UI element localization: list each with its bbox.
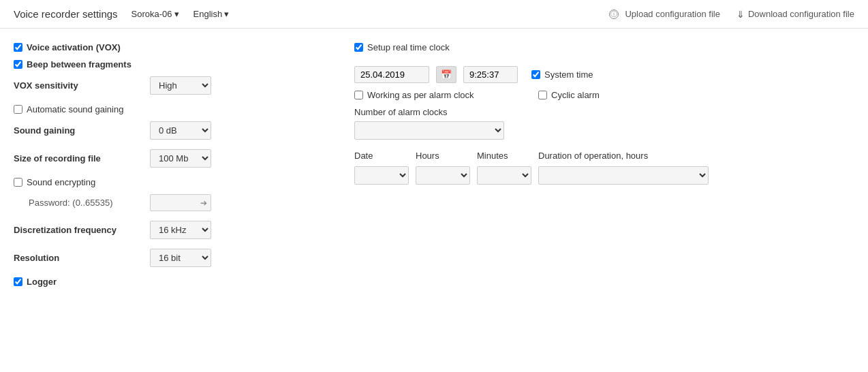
working-alarm-checkbox[interactable] [354, 91, 363, 99]
cyclic-alarm-checkbox[interactable] [538, 91, 547, 99]
col-hours-label: Hours [416, 151, 470, 161]
alarm-table-row [354, 166, 854, 185]
left-panel: Voice activation (VOX) Beep between frag… [14, 42, 327, 294]
auto-sound-checkbox[interactable] [14, 105, 22, 114]
sound-gaining-label: Sound gaining [14, 125, 150, 136]
col-date-label: Date [354, 151, 409, 161]
device-chevron-icon: ▾ [174, 9, 179, 19]
num-clocks-section: Number of alarm clocks [354, 107, 854, 140]
header: Voice recorder settings Soroka-06 ▾ Engl… [0, 0, 868, 29]
calendar-button[interactable]: 📅 [436, 66, 456, 83]
system-time-label: System time [544, 69, 593, 80]
discretization-label: Discretization frequency [14, 225, 150, 235]
discretization-row: Discretization frequency 16 kHz 8 kHz 32… [14, 221, 327, 239]
auto-sound-label: Automatic sound gaining [27, 104, 123, 114]
right-panel: Setup real time clock 📅 System time Work… [354, 42, 854, 294]
time-input[interactable] [463, 66, 518, 83]
vox-sensitivity-label: VOX sensitivity [14, 80, 150, 91]
logger-label: Logger [27, 277, 57, 287]
num-clocks-label: Number of alarm clocks [354, 107, 854, 117]
resolution-select[interactable]: 16 bit 8 bit 24 bit [150, 249, 211, 267]
voice-activation-row[interactable]: Voice activation (VOX) [14, 42, 327, 52]
resolution-label: Resolution [14, 253, 150, 263]
main-content: Voice activation (VOX) Beep between frag… [0, 29, 868, 307]
cyclic-alarm-row[interactable]: Cyclic alarm [538, 90, 600, 100]
password-input-wrap: ➔ [150, 194, 211, 211]
discretization-select[interactable]: 16 kHz 8 kHz 32 kHz [150, 221, 211, 239]
sound-encrypting-checkbox[interactable] [14, 178, 22, 187]
setup-rtc-row[interactable]: Setup real time clock [354, 42, 450, 52]
password-label: Password: (0..65535) [29, 198, 150, 208]
beep-between-checkbox[interactable] [14, 60, 22, 69]
download-icon: ⇓ [737, 9, 745, 20]
auto-sound-row[interactable]: Automatic sound gaining [14, 104, 327, 114]
upload-icon: ⓘ [609, 10, 619, 19]
working-alarm-label: Working as per alarm clock [367, 90, 474, 100]
logger-row[interactable]: Logger [14, 277, 327, 287]
device-dropdown[interactable]: Soroka-06 ▾ [131, 9, 181, 19]
col-duration-label: Duration of operation, hours [538, 151, 709, 161]
device-label: Soroka-06 [131, 9, 172, 19]
sound-gaining-row: Sound gaining 0 dB 3 dB 6 dB [14, 121, 327, 140]
col-minutes-label: Minutes [477, 151, 531, 161]
alarm-options-row: Working as per alarm clock Cyclic alarm [354, 90, 854, 100]
setup-rtc-checkbox[interactable] [354, 43, 363, 52]
alarm-table-header: Date Hours Minutes Duration of operation… [354, 151, 854, 161]
voice-activation-label: Voice activation (VOX) [27, 42, 121, 52]
setup-rtc-label: Setup real time clock [367, 42, 450, 52]
download-config-label: Download configuration file [748, 9, 854, 19]
date-input[interactable] [354, 66, 429, 83]
alarm-minutes-select[interactable] [477, 166, 531, 185]
system-time-row[interactable]: System time [531, 69, 593, 80]
logger-checkbox[interactable] [14, 277, 22, 286]
vox-sensitivity-row: VOX sensitivity High Medium Low [14, 76, 327, 95]
language-dropdown[interactable]: English ▾ [193, 9, 232, 19]
sound-encrypting-label: Sound encrypting [27, 177, 95, 187]
upload-config-label: Upload configuration file [625, 9, 719, 19]
voice-activation-checkbox[interactable] [14, 43, 22, 52]
password-row: Password: (0..65535) ➔ [29, 194, 327, 211]
alarm-hours-select[interactable] [416, 166, 470, 185]
size-recording-select[interactable]: 100 Mb 200 Mb 500 Mb 1 Gb [150, 149, 211, 168]
size-recording-label: Size of recording file [14, 153, 150, 164]
header-actions: ⓘ Upload configuration file ⇓ Download c… [609, 9, 854, 20]
alarm-date-select[interactable] [354, 166, 409, 185]
beep-between-row[interactable]: Beep between fragments [14, 59, 327, 69]
system-time-checkbox[interactable] [531, 70, 540, 79]
resolution-row: Resolution 16 bit 8 bit 24 bit [14, 249, 327, 267]
language-label: English [193, 9, 223, 19]
app-title: Voice recorder settings [14, 8, 118, 20]
upload-config-button[interactable]: ⓘ Upload configuration file [609, 9, 719, 20]
num-clocks-select[interactable] [354, 121, 504, 140]
sound-encrypting-row[interactable]: Sound encrypting [14, 177, 327, 187]
download-config-button[interactable]: ⇓ Download configuration file [737, 9, 854, 20]
alarm-duration-select[interactable] [538, 166, 709, 185]
arrow-icon: ➔ [200, 198, 207, 208]
size-recording-row: Size of recording file 100 Mb 200 Mb 500… [14, 149, 327, 168]
sound-gaining-select[interactable]: 0 dB 3 dB 6 dB [150, 121, 211, 140]
datetime-row: 📅 System time [354, 66, 854, 83]
beep-between-label: Beep between fragments [27, 59, 131, 69]
cyclic-alarm-label: Cyclic alarm [551, 90, 600, 100]
rtc-header-row: Setup real time clock [354, 42, 854, 59]
language-chevron-icon: ▾ [224, 9, 229, 19]
working-alarm-row[interactable]: Working as per alarm clock [354, 90, 504, 100]
alarm-table-section: Date Hours Minutes Duration of operation… [354, 151, 854, 185]
vox-sensitivity-select[interactable]: High Medium Low [150, 76, 211, 95]
